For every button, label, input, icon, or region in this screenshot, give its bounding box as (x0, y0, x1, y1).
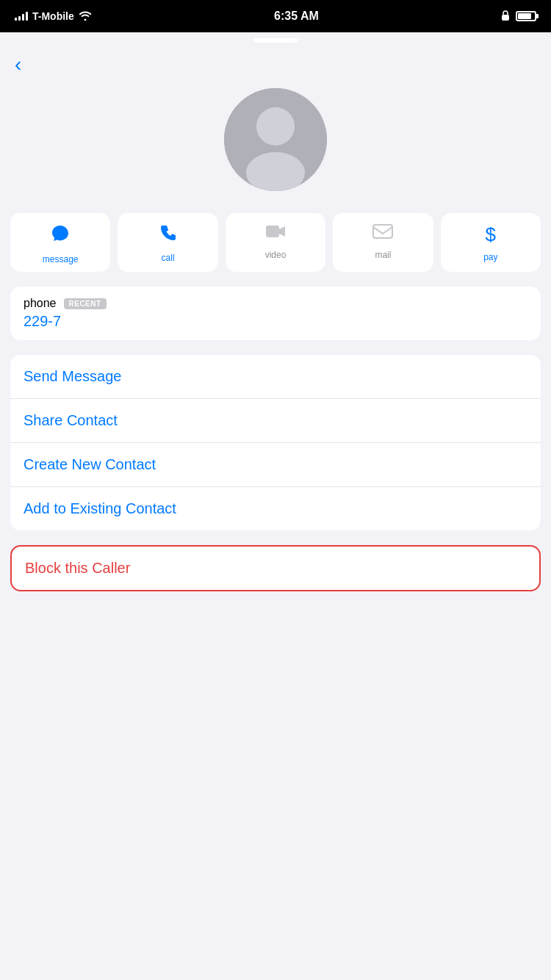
share-contact-button[interactable]: Share Contact (10, 398, 541, 442)
pay-label: pay (483, 252, 497, 262)
call-button[interactable]: call (118, 213, 217, 272)
signal-icon (15, 12, 28, 21)
message-button[interactable]: message (10, 213, 110, 272)
carrier-label: T-Mobile (32, 10, 74, 22)
block-caller-card: Block this Caller (10, 545, 541, 591)
time-label: 6:35 AM (274, 10, 319, 23)
pay-button[interactable]: $ pay (441, 213, 541, 272)
back-chevron-icon: ‹ (15, 54, 21, 75)
avatar (224, 88, 327, 191)
video-button[interactable]: video (226, 213, 325, 272)
phone-field-label: phone (24, 297, 57, 310)
message-icon (50, 223, 71, 248)
battery-icon (516, 11, 536, 21)
call-label: call (162, 253, 175, 263)
message-label: message (43, 254, 79, 264)
mail-label: mail (375, 250, 391, 260)
wifi-icon (79, 10, 92, 23)
create-new-contact-button[interactable]: Create New Contact (10, 442, 541, 486)
recent-badge: RECENT (64, 298, 107, 309)
phone-number[interactable]: 229-7 (24, 313, 527, 330)
pay-icon: $ (486, 223, 496, 246)
status-right (501, 10, 536, 23)
mail-icon (372, 223, 393, 244)
avatar-section (0, 81, 551, 213)
send-message-button[interactable]: Send Message (10, 355, 541, 398)
phone-label-row: phone RECENT (24, 297, 527, 310)
main-container: ‹ message call (0, 38, 551, 980)
lock-icon (501, 10, 510, 23)
svg-rect-4 (266, 226, 279, 237)
block-caller-button[interactable]: Block this Caller (12, 547, 539, 590)
status-bar: T-Mobile 6:35 AM (0, 0, 551, 32)
back-button[interactable]: ‹ (0, 43, 551, 81)
phone-card: phone RECENT 229-7 (10, 287, 541, 340)
video-label: video (265, 250, 287, 260)
status-left: T-Mobile (15, 10, 92, 23)
mail-button[interactable]: mail (333, 213, 433, 272)
action-buttons-row: message call video (0, 213, 551, 272)
list-actions-card: Send Message Share Contact Create New Co… (10, 355, 541, 530)
svg-rect-5 (373, 225, 392, 238)
svg-point-2 (256, 107, 295, 145)
svg-rect-0 (502, 15, 509, 21)
call-icon (159, 223, 178, 247)
video-icon (265, 223, 286, 244)
add-to-existing-button[interactable]: Add to Existing Contact (10, 486, 541, 530)
